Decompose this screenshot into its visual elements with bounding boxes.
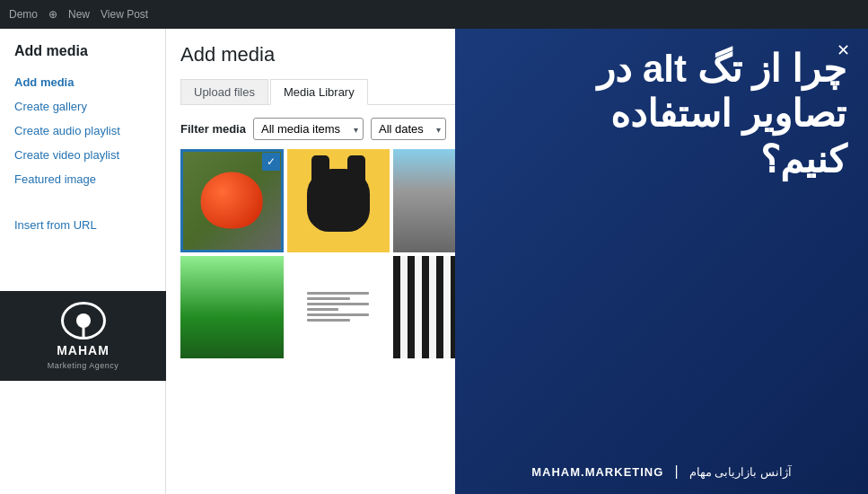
overlay-subtitle-row: MAHAM.MARKETING | آژانس بازاریابی مهام — [477, 449, 846, 480]
main-layout: Add media Add media Create gallery Creat… — [0, 29, 868, 494]
doc-line-2 — [307, 297, 350, 300]
filter-type-select[interactable]: All media items Images Audio Video — [253, 118, 364, 140]
media-check-tomato: ✓ — [262, 153, 280, 171]
media-item-doc[interactable] — [287, 256, 390, 359]
sidebar-item-add-media[interactable]: Add media — [0, 70, 165, 94]
dog-face — [307, 169, 370, 232]
doc-line-6 — [307, 319, 350, 322]
overlay-close-button[interactable]: ✕ — [832, 40, 854, 61]
filter-label: Filter media — [180, 122, 246, 136]
sidebar-title: Add media — [0, 43, 165, 70]
admin-bar-demo[interactable]: Demo — [9, 8, 38, 21]
overlay-title-line2: تصاویر استفاده — [477, 92, 846, 137]
doc-lines — [307, 292, 369, 322]
admin-bar-logo: ⊕ — [48, 8, 57, 21]
sidebar-item-create-gallery[interactable]: Create gallery — [0, 94, 165, 119]
sidebar: Add media Add media Create gallery Creat… — [0, 29, 166, 494]
tab-media-library[interactable]: Media Library — [270, 79, 368, 105]
overlay-brand: MAHAM.MARKETING — [531, 465, 663, 479]
filter-date-select[interactable]: All dates — [371, 118, 446, 140]
media-item-dog[interactable] — [287, 149, 390, 252]
overlay-persian-text: آژانس بازاریابی مهام — [689, 465, 792, 479]
overlay-divider: | — [674, 463, 678, 480]
doc-line-1 — [307, 292, 369, 295]
filter-type-wrapper: All media items Images Audio Video — [253, 118, 364, 140]
media-item-tomato[interactable]: ✓ — [180, 149, 284, 252]
logo-circle — [61, 302, 106, 340]
filter-date-wrapper: All dates — [371, 118, 446, 140]
sidebar-item-create-video[interactable]: Create video playlist — [0, 143, 165, 167]
sidebar-item-create-audio[interactable]: Create audio playlist — [0, 119, 165, 143]
admin-bar-view-post[interactable]: View Post — [101, 8, 148, 21]
admin-bar-new[interactable]: New — [68, 8, 90, 21]
media-item-woman[interactable] — [180, 256, 284, 359]
tab-upload-files[interactable]: Upload files — [180, 79, 268, 104]
sidebar-item-featured-image[interactable]: Featured image — [0, 167, 165, 191]
doc-line-5 — [307, 313, 369, 316]
logo-tagline: Marketing Agency — [48, 361, 119, 370]
doc-line-3 — [307, 303, 369, 305]
doc-line-4 — [307, 308, 338, 311]
overlay-title: چرا از تگ alt در تصاویر استفاده کنیم؟ — [477, 47, 846, 182]
overlay-panel: ✕ چرا از تگ alt در تصاویر استفاده کنیم؟ … — [455, 29, 868, 494]
overlay-title-line1: چرا از تگ alt در — [477, 47, 846, 92]
logo-line — [82, 326, 84, 339]
admin-bar: Demo ⊕ New View Post — [0, 0, 868, 29]
sidebar-item-insert-url[interactable]: Insert from URL — [0, 213, 165, 237]
logo-name: MAHAM — [57, 343, 110, 357]
overlay-title-line3: کنیم؟ — [477, 137, 846, 182]
logo-area: MAHAM Marketing Agency — [0, 291, 166, 381]
sidebar-divider — [0, 191, 165, 206]
